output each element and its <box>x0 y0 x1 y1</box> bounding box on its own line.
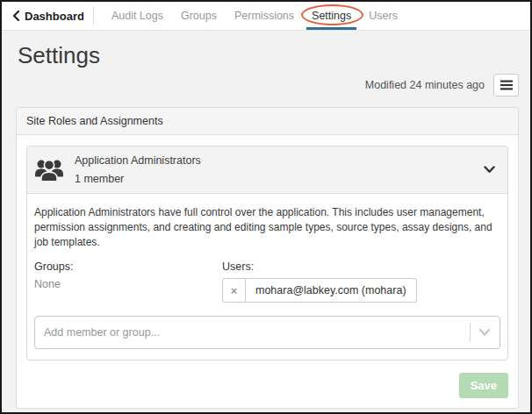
meta-row: Modified 24 minutes ago <box>16 72 519 98</box>
nav-divider <box>93 7 94 25</box>
panel-body: Application Administrators 1 member Appl… <box>17 135 518 408</box>
tab-settings[interactable]: Settings <box>306 2 357 30</box>
role-member-count: 1 member <box>75 173 484 185</box>
tab-groups[interactable]: Groups <box>175 2 223 30</box>
page-title: Settings <box>18 42 519 69</box>
users-label: Users: <box>222 261 417 273</box>
users-column: Users: × mohara@labkey.com (mohara) <box>222 261 417 303</box>
groups-label: Groups: <box>34 261 222 273</box>
groups-value: None <box>34 278 222 290</box>
remove-user-button[interactable]: × <box>222 278 246 303</box>
add-member-placeholder: Add member or group... <box>44 326 470 339</box>
assignment-columns: Groups: None Users: × mohara@labkey.com … <box>34 261 500 303</box>
tab-permissions[interactable]: Permissions <box>228 2 300 30</box>
page-content: Settings Modified 24 minutes ago Site Ro… <box>2 42 530 409</box>
tab-audit-logs[interactable]: Audit Logs <box>105 2 169 30</box>
save-row: Save <box>26 373 508 398</box>
remove-icon: × <box>231 285 238 296</box>
app-window: Dashboard Audit Logs Groups Permissions … <box>0 0 532 414</box>
menu-button[interactable] <box>493 74 519 96</box>
back-to-dashboard-link[interactable]: Dashboard <box>11 2 91 30</box>
role-details: Application Administrators have full con… <box>27 194 507 349</box>
tab-users[interactable]: Users <box>363 2 404 30</box>
role-names: Application Administrators 1 member <box>75 154 484 185</box>
role-description: Application Administrators have full con… <box>34 205 500 250</box>
modified-timestamp: Modified 24 minutes ago <box>365 79 485 91</box>
save-button[interactable]: Save <box>459 373 508 398</box>
back-label: Dashboard <box>25 10 84 23</box>
chevron-down-icon <box>484 166 495 174</box>
groups-column: Groups: None <box>34 261 222 303</box>
top-navbar: Dashboard Audit Logs Groups Permissions … <box>2 2 530 31</box>
user-email-button[interactable]: mohara@labkey.com (mohara) <box>246 278 417 303</box>
role-name: Application Administrators <box>75 154 484 167</box>
chevron-left-icon <box>12 11 19 21</box>
select-divider <box>470 323 471 342</box>
role-header-toggle[interactable]: Application Administrators 1 member <box>27 146 507 194</box>
site-roles-panel: Site Roles and Assignments <box>16 107 519 409</box>
role-card: Application Administrators 1 member Appl… <box>26 146 508 360</box>
user-assignment-tag: × mohara@labkey.com (mohara) <box>222 278 417 303</box>
select-chevron-down-icon <box>478 328 491 337</box>
hamburger-icon <box>500 80 513 90</box>
users-group-icon <box>34 158 64 182</box>
panel-heading: Site Roles and Assignments <box>17 108 518 135</box>
add-member-select[interactable]: Add member or group... <box>34 316 500 349</box>
